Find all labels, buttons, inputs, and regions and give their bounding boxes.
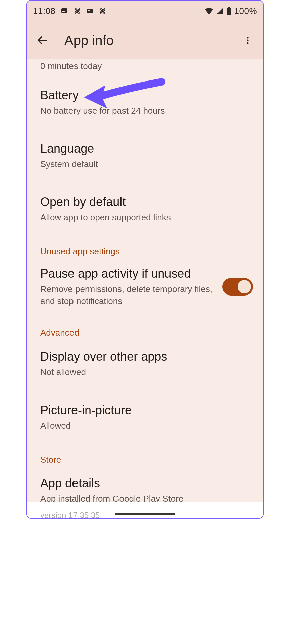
more-vert-icon	[243, 36, 252, 45]
news-icon	[86, 7, 94, 15]
svg-rect-4	[88, 10, 90, 11]
display-over-apps-item[interactable]: Display over other apps Not allowed	[27, 340, 263, 388]
pause-app-title: Pause app activity if unused	[40, 267, 217, 281]
open-by-default-subtitle: Allow app to open supported links	[40, 212, 250, 223]
pinwheel-icon	[73, 7, 81, 15]
svg-rect-1	[62, 10, 66, 10]
display-over-apps-title: Display over other apps	[40, 350, 250, 364]
display-over-apps-subtitle: Not allowed	[40, 366, 250, 378]
back-button[interactable]	[33, 31, 52, 50]
svg-point-13	[247, 42, 248, 44]
status-bar: 11:08 100%	[27, 1, 263, 21]
svg-rect-5	[91, 10, 92, 10]
svg-point-12	[247, 39, 248, 41]
open-by-default-item[interactable]: Open by default Allow app to open suppor…	[27, 180, 263, 233]
device-frame: 11:08 100%	[26, 0, 264, 519]
pause-app-activity-item[interactable]: Pause app activity if unused Remove perm…	[27, 259, 263, 315]
svg-rect-6	[91, 11, 92, 11]
toggle-thumb	[238, 280, 251, 293]
battery-icon	[226, 7, 232, 15]
section-advanced: Advanced	[27, 315, 263, 340]
settings-list[interactable]: 0 minutes today Battery No battery use f…	[27, 59, 263, 519]
pip-title: Picture-in-picture	[40, 403, 250, 417]
version-cut-text: version 17 35 35	[27, 502, 263, 518]
pinwheel-icon-2	[99, 7, 107, 15]
language-subtitle: System default	[40, 158, 250, 170]
open-by-default-title: Open by default	[40, 195, 250, 209]
svg-rect-0	[61, 8, 67, 13]
page-title: App info	[64, 33, 238, 48]
cellular-icon	[216, 7, 224, 15]
pause-app-subtitle: Remove permissions, delete temporary fil…	[40, 283, 217, 307]
svg-rect-9	[228, 7, 230, 8]
svg-rect-2	[62, 11, 65, 12]
screen-time-subtitle: 0 minutes today	[27, 59, 263, 79]
svg-rect-7	[88, 12, 92, 12]
svg-rect-8	[227, 8, 231, 15]
app-bar: App info	[27, 21, 263, 59]
language-title: Language	[40, 142, 250, 156]
arrow-back-icon	[36, 34, 48, 46]
picture-in-picture-item[interactable]: Picture-in-picture Allowed	[27, 388, 263, 442]
app-details-title: App details	[40, 476, 250, 490]
battery-percent: 100%	[234, 6, 257, 16]
battery-title: Battery	[40, 88, 250, 102]
svg-point-11	[247, 37, 248, 38]
pip-subtitle: Allowed	[40, 420, 250, 432]
section-store: Store	[27, 442, 263, 467]
status-time: 11:08	[33, 6, 56, 16]
wifi-icon	[205, 7, 213, 15]
messages-icon	[60, 7, 68, 15]
gesture-nav-bar[interactable]	[115, 513, 175, 515]
pause-app-toggle[interactable]	[222, 278, 253, 296]
section-unused-app-settings: Unused app settings	[27, 233, 263, 259]
language-item[interactable]: Language System default	[27, 127, 263, 180]
battery-item[interactable]: Battery No battery use for past 24 hours	[27, 79, 263, 127]
more-options-button[interactable]	[238, 31, 257, 50]
battery-subtitle: No battery use for past 24 hours	[40, 105, 250, 117]
